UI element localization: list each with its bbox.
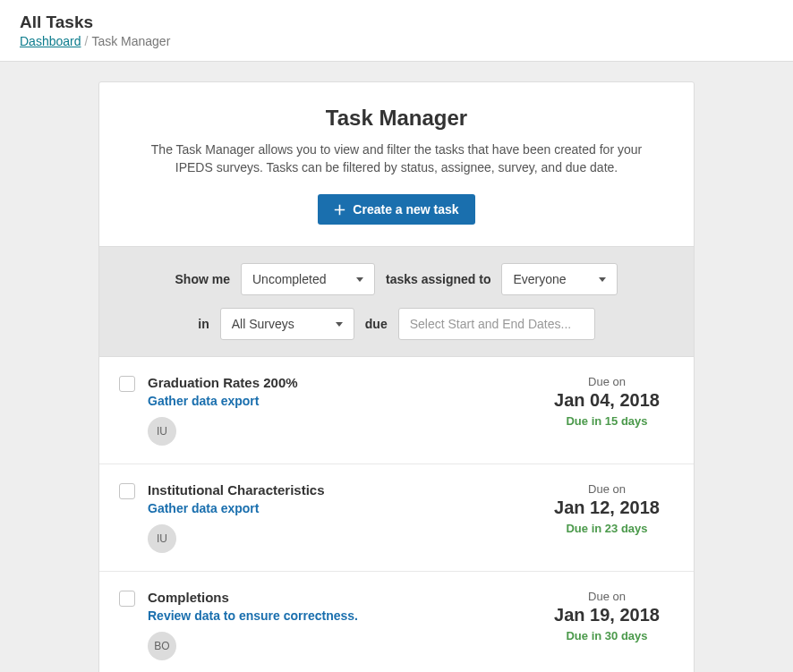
breadcrumb: Dashboard/Task Manager	[20, 34, 773, 48]
create-task-button[interactable]: Create a new task	[318, 194, 474, 225]
task-category: Institutional Characteristics	[148, 482, 540, 498]
page-title: All Tasks	[20, 13, 773, 32]
due-label: Due on	[540, 590, 674, 603]
due-date: Jan 12, 2018	[540, 498, 674, 518]
assignee-avatar[interactable]: BO	[148, 632, 176, 660]
filter-label-assigned-to: tasks assigned to	[386, 272, 491, 286]
due-date-input[interactable]	[398, 308, 595, 340]
assignee-avatar[interactable]: IU	[148, 417, 176, 446]
task-checkbox[interactable]	[119, 591, 135, 607]
due-date: Jan 04, 2018	[540, 390, 674, 411]
page-header: All Tasks Dashboard/Task Manager	[0, 0, 793, 62]
create-task-button-label: Create a new task	[353, 202, 458, 217]
due-remaining: Due in 30 days	[540, 629, 674, 642]
task-list: Graduation Rates 200% Gather data export…	[99, 357, 694, 672]
survey-dropdown[interactable]: All Surveys	[220, 308, 354, 340]
survey-dropdown-value: All Surveys	[232, 317, 294, 331]
assignee-dropdown-value: Everyone	[513, 272, 566, 286]
intro-section: Task Manager The Task Manager allows you…	[99, 82, 694, 246]
breadcrumb-separator: /	[85, 34, 89, 48]
task-category: Graduation Rates 200%	[148, 375, 540, 390]
task-category: Completions	[148, 590, 540, 605]
task-due: Due on Jan 12, 2018 Due in 23 days	[540, 482, 674, 535]
breadcrumb-current: Task Manager	[91, 34, 170, 48]
task-row: Completions Review data to ensure correc…	[99, 572, 694, 672]
filters-bar: Show me Uncompleted tasks assigned to Ev…	[99, 246, 694, 357]
task-checkbox[interactable]	[119, 376, 135, 392]
status-dropdown[interactable]: Uncompleted	[241, 263, 375, 295]
filter-row-1: Show me Uncompleted tasks assigned to Ev…	[144, 263, 649, 295]
intro-description: The Task Manager allows you to view and …	[144, 141, 649, 176]
filter-label-due: due	[365, 317, 388, 331]
assignee-dropdown[interactable]: Everyone	[501, 263, 618, 295]
task-manager-panel: Task Manager The Task Manager allows you…	[98, 81, 695, 672]
filter-row-2: in All Surveys due	[144, 308, 649, 340]
assignee-avatar[interactable]: IU	[148, 524, 176, 553]
breadcrumb-dashboard-link[interactable]: Dashboard	[20, 34, 81, 48]
task-body: Completions Review data to ensure correc…	[148, 590, 540, 660]
plus-icon	[334, 204, 345, 216]
intro-heading: Task Manager	[144, 106, 649, 131]
due-label: Due on	[540, 482, 674, 496]
due-remaining: Due in 23 days	[540, 522, 674, 535]
due-remaining: Due in 15 days	[540, 414, 674, 428]
due-label: Due on	[540, 375, 674, 388]
filter-label-show-me: Show me	[175, 272, 230, 286]
task-title-link[interactable]: Gather data export	[148, 501, 540, 515]
status-dropdown-value: Uncompleted	[252, 272, 327, 286]
main-container: Task Manager The Task Manager allows you…	[0, 62, 793, 672]
task-body: Graduation Rates 200% Gather data export…	[148, 375, 540, 446]
task-body: Institutional Characteristics Gather dat…	[148, 482, 540, 553]
filter-label-in: in	[198, 317, 209, 331]
task-due: Due on Jan 19, 2018 Due in 30 days	[540, 590, 674, 642]
task-checkbox[interactable]	[119, 483, 135, 499]
task-title-link[interactable]: Gather data export	[148, 394, 540, 408]
due-date: Jan 19, 2018	[540, 605, 674, 625]
task-due: Due on Jan 04, 2018 Due in 15 days	[540, 375, 674, 428]
task-row: Institutional Characteristics Gather dat…	[99, 464, 694, 572]
task-row: Graduation Rates 200% Gather data export…	[99, 357, 694, 464]
task-title-link[interactable]: Review data to ensure correctness.	[148, 608, 540, 623]
